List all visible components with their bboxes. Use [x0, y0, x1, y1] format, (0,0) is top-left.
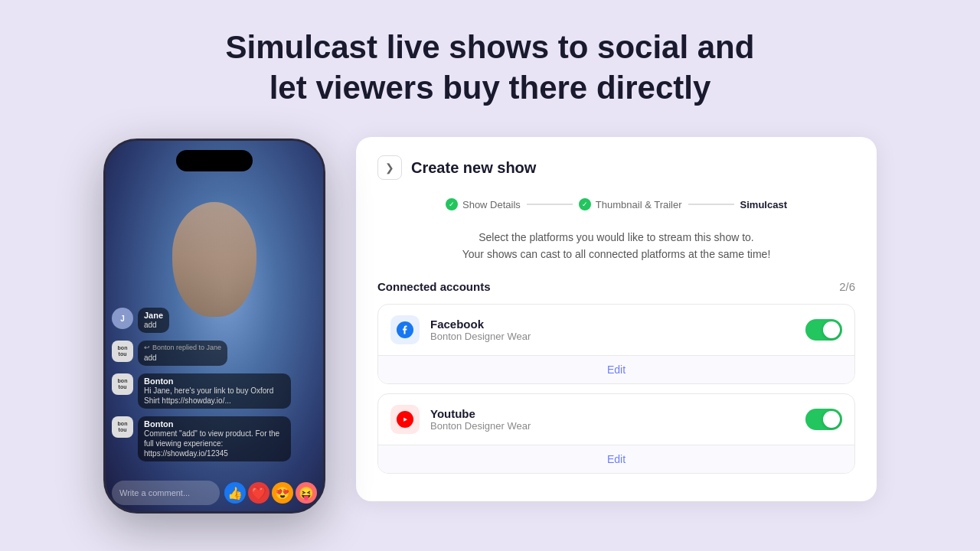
step-simulcast: Simulcast — [740, 199, 787, 210]
jane-bubble: Jane add — [138, 308, 169, 333]
like-emoji[interactable]: 👍 — [224, 482, 246, 504]
bonton-text-2: Comment "add" to view product. For the f… — [144, 429, 285, 458]
step-label-show-details: Show Details — [462, 199, 521, 210]
create-show-panel: ❯ Create new show ✓ Show Details ✓ Thumb… — [356, 137, 877, 501]
phone-screen: J Jane add bontou ↩ Bonton replied to Ja — [106, 141, 323, 511]
heart-emoji[interactable]: ❤️ — [248, 482, 270, 504]
check-icon-1: ✓ — [449, 201, 455, 208]
facebook-toggle-knob — [823, 321, 840, 338]
panel-subtitle: Select the platforms you would like to s… — [377, 229, 855, 263]
panel-header: ❯ Create new show — [377, 155, 855, 180]
face-shape — [172, 202, 256, 317]
hero-section: Simulcast live shows to social and let v… — [0, 0, 980, 123]
chat-item-jane: J Jane add — [112, 308, 317, 333]
bonton-bubble-1: Bonton Hi Jane, here's your link to buy … — [138, 373, 291, 409]
reply-text: add — [144, 353, 221, 363]
chat-overlay: J Jane add bontou ↩ Bonton replied to Ja — [106, 308, 323, 469]
chat-item-reply: bontou ↩ Bonton replied to Jane add — [112, 341, 317, 366]
step-dot-thumbnail: ✓ — [579, 198, 591, 210]
step-show-details: ✓ Show Details — [446, 198, 521, 210]
bonton-text-1: Hi Jane, here's your link to buy Oxford … — [144, 386, 285, 406]
youtube-username: Bonton Designer Wear — [430, 420, 795, 432]
bonton-avatar-1: bontou — [112, 341, 133, 362]
youtube-platform-name: Youtube — [430, 407, 795, 420]
chat-item-bonton1: bontou Bonton Hi Jane, here's your link … — [112, 373, 317, 409]
bonton-avatar-3: bontou — [112, 416, 133, 438]
step-label-simulcast: Simulcast — [740, 199, 787, 210]
facebook-account-card: Facebook Bonton Designer Wear Edit — [377, 304, 855, 384]
step-connector-2 — [688, 204, 734, 205]
comment-input[interactable]: Write a comment... — [112, 481, 220, 505]
jane-name: Jane — [144, 311, 163, 320]
bonton-avatar-2: bontou — [112, 373, 133, 395]
bonton-name-1: Bonton — [144, 377, 285, 386]
steps-bar: ✓ Show Details ✓ Thumbnail & Trailer Sim… — [377, 198, 855, 210]
emoji-reactions: 👍 ❤️ 😍 😝 — [224, 482, 317, 504]
hero-title: Simulcast live shows to social and let v… — [0, 28, 980, 108]
check-icon-2: ✓ — [582, 201, 588, 208]
step-connector-1 — [527, 204, 573, 205]
youtube-card-body: Youtube Bonton Designer Wear — [378, 394, 854, 445]
facebook-card-body: Facebook Bonton Designer Wear — [378, 305, 854, 355]
facebook-username: Bonton Designer Wear — [430, 331, 795, 342]
youtube-account-info: Youtube Bonton Designer Wear — [430, 407, 795, 432]
connected-accounts-header: Connected accounts 2/6 — [377, 280, 855, 293]
step-thumbnail-trailer: ✓ Thumbnail & Trailer — [579, 198, 682, 210]
connected-accounts-label: Connected accounts — [377, 280, 491, 293]
youtube-account-card: Youtube Bonton Designer Wear Edit — [377, 393, 855, 474]
love-emoji[interactable]: 😍 — [272, 482, 293, 504]
comment-placeholder: Write a comment... — [119, 488, 190, 497]
chat-item-bonton2: bontou Bonton Comment "add" to view prod… — [112, 416, 317, 461]
youtube-icon — [390, 405, 420, 434]
facebook-icon — [390, 315, 420, 344]
phone-frame: J Jane add bontou ↩ Bonton replied to Ja — [103, 139, 325, 514]
step-dot-show-details: ✓ — [446, 198, 458, 210]
connected-accounts-count: 2/6 — [839, 280, 855, 293]
reply-indicator: ↩ Bonton replied to Jane — [144, 344, 221, 351]
back-button[interactable]: ❯ — [377, 155, 402, 180]
phone-mockup: J Jane add bontou ↩ Bonton replied to Ja — [103, 139, 325, 514]
bonton-bubble-2: Bonton Comment "add" to view product. Fo… — [138, 416, 291, 461]
jane-text: add — [144, 320, 163, 330]
youtube-toggle[interactable] — [805, 409, 842, 430]
facebook-account-info: Facebook Bonton Designer Wear — [430, 318, 795, 342]
bonton-name-2: Bonton — [144, 419, 285, 429]
panel-title: Create new show — [411, 159, 536, 177]
step-label-thumbnail: Thumbnail & Trailer — [596, 199, 682, 210]
youtube-toggle-knob — [823, 411, 840, 428]
facebook-edit-button[interactable]: Edit — [378, 355, 854, 383]
dynamic-island — [176, 150, 253, 171]
laugh-emoji[interactable]: 😝 — [296, 482, 317, 504]
youtube-edit-button[interactable]: Edit — [378, 445, 854, 473]
jane-avatar: J — [112, 308, 133, 329]
main-content: J Jane add bontou ↩ Bonton replied to Ja — [0, 131, 980, 514]
reply-bubble: ↩ Bonton replied to Jane add — [138, 341, 227, 366]
facebook-platform-name: Facebook — [430, 318, 795, 331]
comment-bar: Write a comment... 👍 ❤️ 😍 😝 — [112, 481, 317, 505]
facebook-toggle[interactable] — [805, 319, 842, 341]
chevron-right-icon: ❯ — [385, 161, 394, 174]
